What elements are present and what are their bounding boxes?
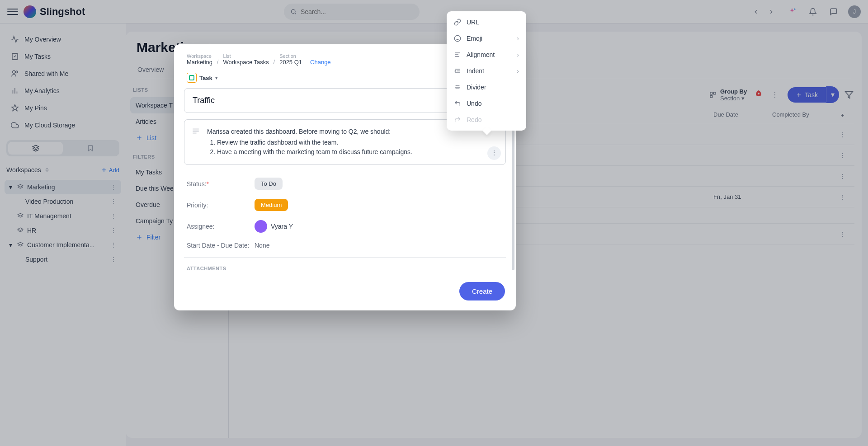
assignee-name: Vyara Y xyxy=(271,223,293,230)
menu-undo[interactable]: Undo xyxy=(447,95,526,112)
attachments-header: ATTACHMENTS xyxy=(174,258,516,274)
menu-redo: Redo xyxy=(447,112,526,128)
menu-divider[interactable]: Divider xyxy=(447,79,526,95)
indent-icon xyxy=(454,67,461,75)
align-icon xyxy=(454,51,461,58)
task-type-icon xyxy=(187,73,197,83)
editor-context-menu: URL Emoji› Alignment› Indent› Divider Un… xyxy=(447,11,526,131)
undo-icon xyxy=(454,100,461,107)
menu-indent[interactable]: Indent› xyxy=(447,63,526,79)
redo-icon xyxy=(454,116,461,123)
priority-field[interactable]: Priority: Medium xyxy=(174,194,516,216)
chevron-right-icon: › xyxy=(517,67,519,75)
emoji-icon xyxy=(454,35,461,42)
divider-icon xyxy=(454,84,461,91)
assignee-avatar xyxy=(255,220,267,233)
link-icon xyxy=(454,19,461,26)
menu-url[interactable]: URL xyxy=(447,14,526,30)
priority-pill[interactable]: Medium xyxy=(255,199,288,211)
create-button[interactable]: Create xyxy=(459,282,505,300)
chevron-right-icon: › xyxy=(517,51,519,58)
menu-emoji[interactable]: Emoji› xyxy=(447,30,526,47)
menu-alignment[interactable]: Alignment› xyxy=(447,47,526,63)
dates-field[interactable]: Start Date - Due Date: None xyxy=(174,237,516,254)
svg-point-30 xyxy=(454,35,460,41)
status-pill[interactable]: To Do xyxy=(255,178,283,190)
dates-value: None xyxy=(255,242,269,249)
assignee-field[interactable]: Assignee: Vyara Y xyxy=(174,216,516,237)
desc-text: Have a meeting with the marketing team t… xyxy=(217,147,482,157)
change-link[interactable]: Change xyxy=(310,59,331,66)
status-field[interactable]: Status:* To Do xyxy=(174,173,516,194)
desc-text: Review the traffic dashboard with the te… xyxy=(217,138,482,148)
desc-text: Marissa created this dashboard. Before m… xyxy=(207,127,482,137)
description-more-button[interactable]: ⋮ xyxy=(487,146,501,160)
chevron-right-icon: › xyxy=(517,35,519,42)
paragraph-icon xyxy=(192,127,200,135)
